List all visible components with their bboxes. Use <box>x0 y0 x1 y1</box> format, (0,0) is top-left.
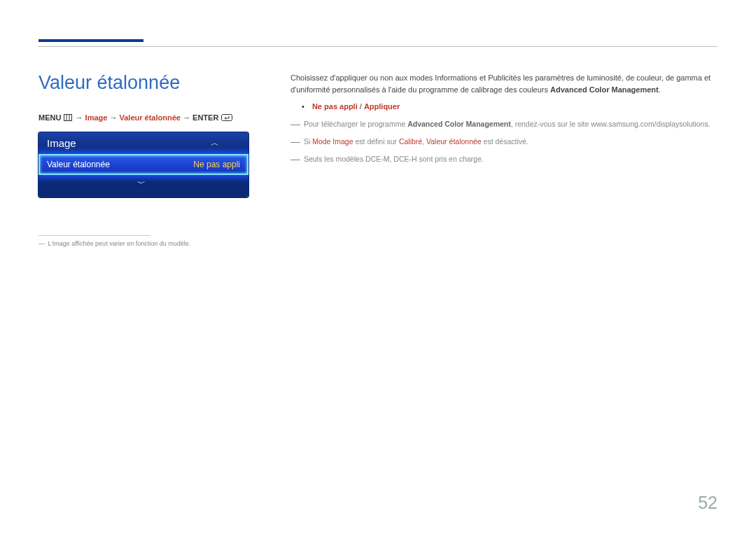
osd-menu-preview: Image ︿ Valeur étalonnée Ne pas appli ﹀ <box>38 132 248 197</box>
body-text: . <box>659 85 661 94</box>
note-download: ― Pour télécharger le programme Advanced… <box>290 117 718 132</box>
osd-menu-title: Image <box>47 137 76 149</box>
note-mode-image: ― Si Mode Image est défini sur Calibré, … <box>290 134 718 149</box>
note-text: , rendez-vous sur le site www.samsung.co… <box>511 120 710 128</box>
right-column: Choisissez d'appliquer ou non aux modes … <box>290 72 718 247</box>
breadcrumb-arrow: → <box>76 113 83 122</box>
note-text: Si <box>304 137 312 146</box>
left-column: Valeur étalonnée MENU → Image → Valeur é… <box>38 72 248 247</box>
osd-menu-header: Image ︿ <box>38 132 248 154</box>
note-text: Seuls les modèles DCE-M, DCE-H sont pris… <box>304 155 484 163</box>
page-number: 52 <box>698 493 718 513</box>
note-bold: Advanced Color Management <box>407 120 511 128</box>
breadcrumb-arrow: → <box>109 113 117 122</box>
breadcrumb-path-valeur: Valeur étalonnée <box>120 113 181 122</box>
footnote-dash-icon: ― <box>38 240 45 247</box>
body-bold: Advanced Color Management <box>550 85 659 94</box>
note-red: Calibré <box>399 137 422 146</box>
enter-icon <box>221 114 232 122</box>
osd-item-value: Ne pas appli <box>193 160 240 169</box>
chevron-up-icon: ︿ <box>211 137 219 149</box>
note-red: Valeur étalonnée <box>426 137 482 146</box>
note-dash-icon: ― <box>290 118 300 129</box>
body-paragraph: Choisissez d'appliquer ou non aux modes … <box>290 72 718 95</box>
footnote-text: L'image affichée peut varier en fonction… <box>48 240 191 247</box>
option-separator: / <box>358 102 364 111</box>
note-red: Mode Image <box>312 137 353 146</box>
note-text: est défini sur <box>354 137 399 146</box>
breadcrumb: MENU → Image → Valeur étalonnée → ENTER <box>38 113 248 122</box>
image-disclaimer-footnote: ― L'image affichée peut varier en foncti… <box>38 240 248 247</box>
breadcrumb-menu-label: MENU <box>38 113 61 122</box>
page-title: Valeur étalonnée <box>38 72 248 94</box>
osd-item-label: Valeur étalonnée <box>47 160 110 169</box>
note-dash-icon: ― <box>290 136 300 147</box>
option-ne-pas-appli: Ne pas appli <box>312 102 358 111</box>
footnote-rule <box>38 235 150 236</box>
breadcrumb-enter-label: ENTER <box>192 113 218 122</box>
section-accent-bar <box>38 39 144 42</box>
note-models: ― Seuls les modèles DCE-M, DCE-H sont pr… <box>290 152 718 167</box>
options-bullet: Ne pas appli / Appliquer <box>302 101 718 113</box>
osd-menu-row: Valeur étalonnée Ne pas appli <box>38 154 248 175</box>
chevron-down-icon: ﹀ <box>137 178 146 188</box>
svg-rect-0 <box>64 115 72 121</box>
note-dash-icon: ― <box>290 153 300 164</box>
breadcrumb-path-image: Image <box>85 113 108 122</box>
breadcrumb-arrow: → <box>183 113 190 122</box>
note-text: Pour télécharger le programme <box>304 120 407 128</box>
option-appliquer: Appliquer <box>364 102 400 111</box>
note-text: est désactivé. <box>482 137 528 146</box>
top-horizontal-rule <box>38 46 718 47</box>
osd-selected-item: Valeur étalonnée Ne pas appli <box>38 154 248 175</box>
osd-menu-footer: ﹀ <box>38 175 248 192</box>
svg-rect-3 <box>222 115 232 121</box>
menu-grid-icon <box>64 114 72 122</box>
